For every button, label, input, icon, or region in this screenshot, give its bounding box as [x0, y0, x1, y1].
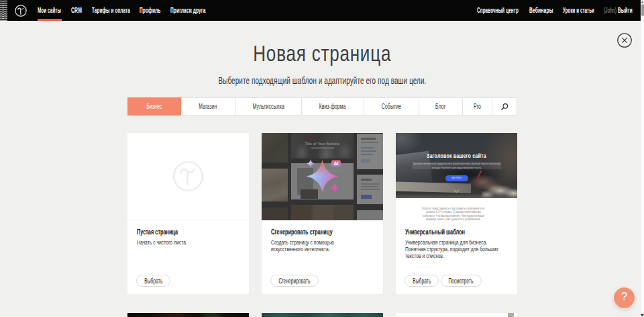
svg-text:AI: AI — [334, 161, 339, 166]
